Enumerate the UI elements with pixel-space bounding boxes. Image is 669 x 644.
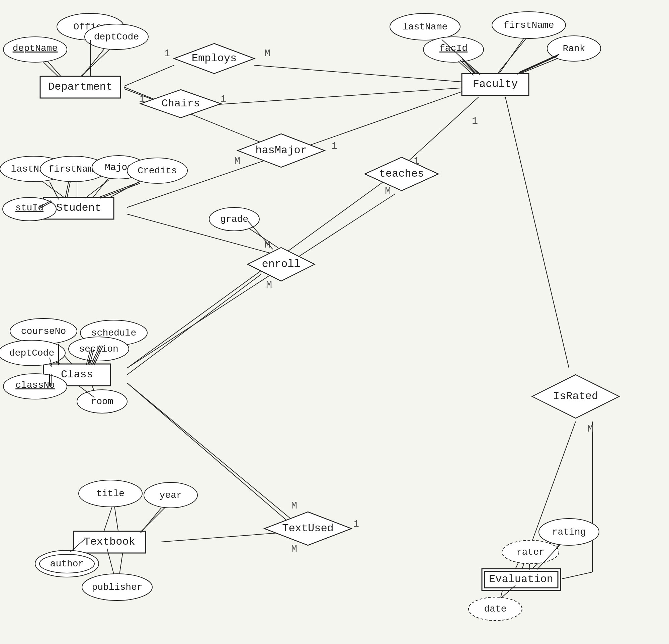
- svg-line-62: [85, 180, 109, 198]
- employs-m: M: [265, 48, 270, 59]
- svg-line-55: [518, 55, 558, 73]
- hasmajor-label: hasMajor: [255, 144, 307, 157]
- teaches-1: 1: [413, 156, 419, 167]
- textused-m-class: M: [291, 500, 297, 512]
- deptcode-dept-label: deptCode: [94, 32, 139, 42]
- rank-label: Rank: [563, 43, 585, 54]
- title-label: title: [96, 488, 125, 499]
- svg-line-60: [65, 182, 69, 198]
- svg-line-64: [100, 183, 140, 198]
- chairs-1-fac: 1: [220, 94, 226, 105]
- credits-label: Credits: [138, 166, 177, 176]
- lastname-fac-label: lastName: [403, 22, 447, 32]
- svg-line-57: [49, 182, 59, 199]
- faculty-label: Faculty: [473, 78, 518, 90]
- svg-line-56: [519, 54, 559, 72]
- chairs-label: Chairs: [161, 97, 200, 110]
- israted-1-fac: 1: [472, 115, 478, 127]
- svg-line-29: [127, 181, 385, 368]
- rating-label: rating: [552, 527, 586, 537]
- svg-line-10: [254, 65, 475, 83]
- teaches-m: M: [385, 186, 391, 197]
- svg-line-61: [67, 182, 70, 198]
- firstname-fac-label: firstName: [503, 20, 554, 30]
- employs-label: Employs: [192, 52, 237, 65]
- svg-line-80: [141, 508, 161, 533]
- svg-line-63: [99, 182, 139, 197]
- svg-line-44: [562, 572, 592, 579]
- textbook-label: Textbook: [84, 535, 135, 548]
- deptcode-class-label: deptCode: [9, 348, 54, 358]
- room-label: room: [91, 397, 113, 407]
- stuid-label: stuId: [15, 203, 43, 213]
- year-label: year: [159, 490, 182, 500]
- class-label: Class: [61, 368, 93, 381]
- svg-line-54: [517, 56, 557, 74]
- hasmajor-1: 1: [331, 141, 337, 152]
- svg-line-40: [295, 87, 475, 151]
- deptname-label: deptName: [13, 43, 58, 54]
- svg-line-47: [43, 62, 59, 77]
- publisher-label: publisher: [92, 582, 142, 592]
- firstname-stu-label: firstName: [48, 164, 99, 174]
- svg-line-11: [214, 87, 475, 105]
- svg-line-84: [248, 221, 273, 249]
- svg-line-3: [124, 65, 174, 86]
- courseno-label: courseNo: [21, 326, 66, 337]
- chairs-1-dept: 1: [139, 94, 145, 105]
- classno-label: classNo: [15, 380, 55, 390]
- teaches-label: teaches: [379, 168, 424, 180]
- facid-label: facId: [439, 43, 468, 54]
- svg-line-52: [460, 60, 475, 74]
- author-label: author: [50, 559, 84, 569]
- svg-line-77: [104, 507, 112, 532]
- textused-label: TextUsed: [282, 522, 334, 534]
- svg-line-48: [82, 49, 104, 76]
- israted-m-eval: M: [587, 423, 593, 434]
- department-label: Department: [48, 81, 112, 93]
- date-label: date: [484, 604, 506, 614]
- svg-line-50: [499, 39, 524, 74]
- enroll-m-cls: M: [266, 280, 272, 291]
- student-label: Student: [56, 202, 101, 214]
- grade-label: grade: [220, 214, 248, 225]
- section-label: section: [79, 344, 118, 354]
- employs-1: 1: [164, 48, 170, 59]
- svg-line-82: [529, 564, 530, 570]
- hasmajor-m: M: [234, 156, 240, 167]
- enroll-label: enroll: [262, 258, 300, 270]
- svg-line-35: [161, 532, 291, 542]
- svg-line-41: [127, 194, 395, 368]
- textused-m-text: M: [291, 544, 297, 555]
- israted-label: IsRated: [553, 390, 598, 402]
- textused-1-text: 1: [353, 518, 359, 530]
- evaluation-label: Evaluation: [489, 573, 553, 585]
- svg-line-45: [127, 383, 308, 539]
- svg-line-13: [506, 97, 569, 368]
- rater-label: rater: [516, 547, 544, 557]
